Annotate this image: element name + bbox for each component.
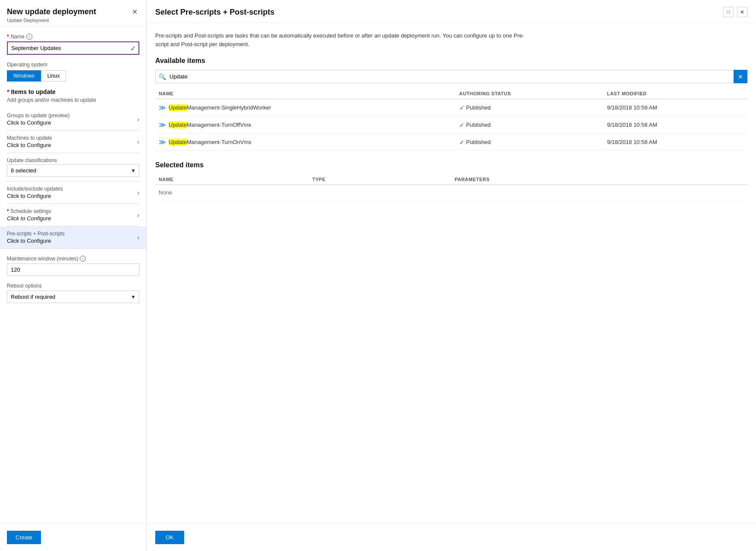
available-items-heading: Available items xyxy=(155,57,747,65)
selected-table-header: NAME TYPE PARAMETERS xyxy=(155,174,747,185)
right-header-actions: □ ✕ xyxy=(723,7,747,17)
panel-subtitle: Update Deployment xyxy=(7,18,139,23)
os-buttons: Windows Linux xyxy=(7,70,139,81)
groups-value: Click to Configure xyxy=(7,119,69,126)
reboot-label: Reboot options xyxy=(7,283,139,289)
right-panel: Select Pre-scripts + Post-scripts □ ✕ Pr… xyxy=(147,0,756,551)
name-input-wrapper: ✓ xyxy=(7,41,139,55)
name-highlight: Update xyxy=(169,122,187,128)
row3-name-cell: ≫ UpdateManagement-TurnOnVms xyxy=(155,134,456,151)
machines-config-item[interactable]: Machines to update Click to Configure › xyxy=(7,131,139,153)
selected-items-table-wrapper: NAME TYPE PARAMETERS None xyxy=(155,174,747,200)
classifications-config-item: Update classifications 8 selected ▼ xyxy=(7,153,139,182)
table-row[interactable]: ≫ UpdateManagement-TurnOffVms ✓ Publishe… xyxy=(155,116,747,134)
include-exclude-value: Click to Configure xyxy=(7,193,63,199)
maintenance-input[interactable] xyxy=(7,263,139,276)
panel-title: New update deployment xyxy=(7,7,96,16)
include-exclude-config-item[interactable]: Include/exclude updates Click to Configu… xyxy=(7,182,139,204)
published-check-icon: ✓ xyxy=(459,122,464,128)
machines-chevron-icon: › xyxy=(137,138,139,145)
classifications-label: Update classifications xyxy=(7,157,139,163)
search-icon: 🔍 xyxy=(159,73,166,80)
right-body: Pre-scripts and Post-scripts are tasks t… xyxy=(147,23,756,523)
row2-status-cell: ✓ Published xyxy=(456,116,604,134)
required-star-items: * xyxy=(7,88,9,95)
left-body: * Name i ✓ Operating system Windows Linu… xyxy=(0,27,146,523)
row1-modified-cell: 9/18/2018 10:59 AM xyxy=(603,99,747,116)
selected-table-body: None xyxy=(155,185,747,200)
schedule-chevron-icon: › xyxy=(137,212,139,219)
schedule-label: * Schedule settings xyxy=(7,208,51,214)
search-clear-button[interactable]: ✕ xyxy=(734,70,747,83)
close-button[interactable]: ✕ xyxy=(130,7,139,17)
available-items-table: NAME AUTHORING STATUS LAST MODIFIED ≫ Up… xyxy=(155,88,747,151)
schedule-config-item[interactable]: * Schedule settings Click to Configure › xyxy=(7,204,139,226)
name-highlight: Update xyxy=(169,104,187,111)
pre-post-chevron-icon: › xyxy=(137,234,139,241)
name-info-icon[interactable]: i xyxy=(26,34,32,40)
name-label: * Name i xyxy=(7,34,139,40)
script-icon: ≫ xyxy=(159,121,166,129)
published-check-icon: ✓ xyxy=(459,104,464,111)
selected-col-name: NAME xyxy=(155,174,309,185)
script-icon: ≫ xyxy=(159,138,166,146)
groups-chevron-icon: › xyxy=(137,116,139,123)
row1-name-cell: ≫ UpdateManagement-SingleHybridWorker xyxy=(155,99,456,116)
row1-status-cell: ✓ Published xyxy=(456,99,604,116)
groups-label: Groups to update (preview) xyxy=(7,113,69,119)
table-row[interactable]: ≫ UpdateManagement-TurnOnVms ✓ Published… xyxy=(155,134,747,151)
none-cell: None xyxy=(155,185,747,200)
pre-post-value: Click to Configure xyxy=(7,238,65,244)
include-exclude-chevron-icon: › xyxy=(137,189,139,196)
maximize-button[interactable]: □ xyxy=(723,7,734,17)
maintenance-label: Maintenance window (minutes) i xyxy=(7,256,139,262)
available-table-header: NAME AUTHORING STATUS LAST MODIFIED xyxy=(155,88,747,99)
items-to-update-section: * Items to update Add groups and/or mach… xyxy=(7,88,139,249)
ok-button[interactable]: OK xyxy=(155,531,184,544)
schedule-value: Click to Configure xyxy=(7,215,51,222)
os-section: Operating system Windows Linux xyxy=(7,62,139,81)
selected-items-heading: Selected items xyxy=(155,161,747,169)
row2-modified-cell: 9/18/2018 10:58 AM xyxy=(603,116,747,134)
reboot-options-section: Reboot options Reboot if required Never … xyxy=(7,283,139,303)
create-button[interactable]: Create xyxy=(7,531,41,544)
available-col-status: AUTHORING STATUS xyxy=(456,88,604,99)
row3-status-cell: ✓ Published xyxy=(456,134,604,151)
available-table-body: ≫ UpdateManagement-SingleHybridWorker ✓ … xyxy=(155,99,747,151)
classifications-select[interactable]: 8 selected xyxy=(7,164,139,177)
name-input[interactable] xyxy=(7,41,139,55)
row3-modified-cell: 9/18/2018 10:58 AM xyxy=(603,134,747,151)
left-panel: New update deployment ✕ Update Deploymen… xyxy=(0,0,147,551)
none-text: None xyxy=(159,189,172,196)
maintenance-info-icon[interactable]: i xyxy=(80,256,86,262)
right-footer: OK xyxy=(147,523,756,551)
script-icon: ≫ xyxy=(159,103,166,112)
classifications-dropdown-wrapper: 8 selected ▼ xyxy=(7,164,139,177)
table-row[interactable]: ≫ UpdateManagement-SingleHybridWorker ✓ … xyxy=(155,99,747,116)
description-text: Pre-scripts and Post-scripts are tasks t… xyxy=(155,31,526,48)
include-exclude-label: Include/exclude updates xyxy=(7,186,63,192)
maintenance-section: Maintenance window (minutes) i xyxy=(7,256,139,276)
left-footer: Create xyxy=(0,523,146,551)
items-to-update-title: * Items to update xyxy=(7,88,139,95)
available-items-table-wrapper: NAME AUTHORING STATUS LAST MODIFIED ≫ Up… xyxy=(155,88,747,151)
reboot-select[interactable]: Reboot if required Never reboot Always r… xyxy=(7,291,139,303)
published-check-icon: ✓ xyxy=(459,139,464,146)
search-input[interactable] xyxy=(155,70,747,83)
row2-name-cell: ≫ UpdateManagement-TurnOffVms xyxy=(155,116,456,134)
table-row: None xyxy=(155,185,747,200)
available-col-name: NAME xyxy=(155,88,456,99)
os-linux-button[interactable]: Linux xyxy=(41,70,66,81)
groups-config-item[interactable]: Groups to update (preview) Click to Conf… xyxy=(7,108,139,131)
selected-col-parameters: PARAMETERS xyxy=(451,174,747,185)
reboot-dropdown-wrapper: Reboot if required Never reboot Always r… xyxy=(7,291,139,303)
name-highlight: Update xyxy=(169,139,187,145)
search-wrapper: 🔍 ✕ xyxy=(155,70,747,83)
machines-label: Machines to update xyxy=(7,135,52,141)
os-windows-button[interactable]: Windows xyxy=(7,70,41,81)
schedule-required-star: * xyxy=(7,208,9,214)
right-header: Select Pre-scripts + Post-scripts □ ✕ xyxy=(147,0,756,23)
right-close-button[interactable]: ✕ xyxy=(737,7,747,17)
pre-post-config-item[interactable]: Pre-scripts + Post-scripts Click to Conf… xyxy=(0,226,146,249)
required-star: * xyxy=(7,34,9,40)
